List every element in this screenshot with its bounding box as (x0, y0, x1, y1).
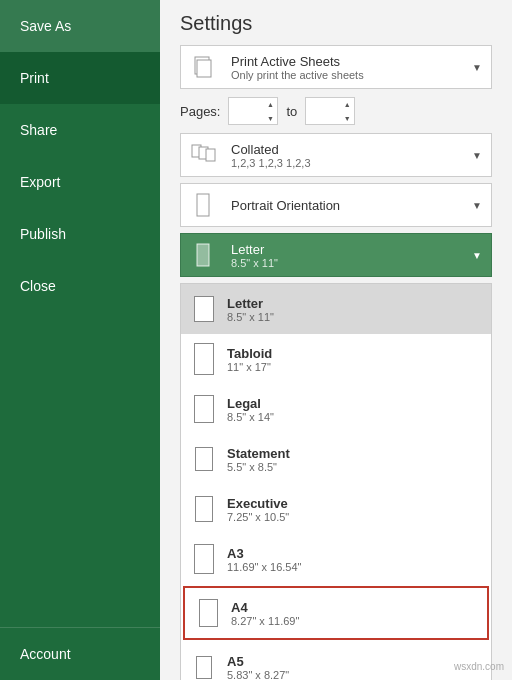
orientation-arrow: ▼ (463, 200, 491, 211)
pages-from-field[interactable] (233, 104, 263, 119)
sidebar-item-share[interactable]: Share (0, 104, 160, 156)
pages-from-up[interactable]: ▲ (263, 97, 277, 111)
sidebar-item-publish[interactable]: Publish (0, 208, 160, 260)
paper-size-text: Letter 8.5" x 11" (225, 238, 463, 273)
pages-to-spinner: ▲ ▼ (340, 97, 354, 125)
collated-dropdown[interactable]: Collated 1,2,3 1,2,3 1,2,3 ▼ (180, 133, 492, 177)
orientation-dropdown[interactable]: Portrait Orientation ▼ (180, 183, 492, 227)
paper-list-icon-tabloid (189, 340, 219, 378)
sidebar-item-account[interactable]: Account (0, 627, 160, 680)
main-panel: Settings Print Active Sheets Only print … (160, 0, 512, 680)
pages-to-input[interactable]: ▲ ▼ (305, 97, 355, 125)
orientation-text: Portrait Orientation (225, 194, 463, 217)
pages-from-input[interactable]: ▲ ▼ (228, 97, 278, 125)
paper-list-item-statement[interactable]: Statement 5.5" x 8.5" (181, 434, 491, 484)
paper-list-item-letter[interactable]: Letter 8.5" x 11" (181, 284, 491, 334)
page-title: Settings (160, 0, 512, 45)
paper-list-icon-executive (189, 490, 219, 528)
pages-to-down[interactable]: ▼ (340, 111, 354, 125)
sidebar-item-save-as[interactable]: Save As (0, 0, 160, 52)
paper-list-icon-a5 (189, 648, 219, 680)
paper-list-item-a4[interactable]: A4 8.27" x 11.69" (183, 586, 489, 640)
pages-from-down[interactable]: ▼ (263, 111, 277, 125)
paper-list-icon-a3 (189, 540, 219, 578)
paper-list-item-tabloid[interactable]: Tabloid 11" x 17" (181, 334, 491, 384)
pages-to-label: to (286, 104, 297, 119)
orientation-icon (181, 191, 225, 219)
watermark: wsxdn.com (454, 661, 504, 672)
sidebar-spacer (0, 312, 160, 627)
paper-size-icon (181, 241, 225, 269)
collated-arrow: ▼ (463, 150, 491, 161)
pages-from-spinner: ▲ ▼ (263, 97, 277, 125)
svg-rect-1 (197, 60, 211, 77)
pages-to-up[interactable]: ▲ (340, 97, 354, 111)
paper-list-item-a3[interactable]: A3 11.69" x 16.54" (181, 534, 491, 584)
svg-rect-6 (197, 244, 209, 266)
sidebar: Save As Print Share Export Publish Close… (0, 0, 160, 680)
sidebar-item-print[interactable]: Print (0, 52, 160, 104)
pages-to-field[interactable] (310, 104, 340, 119)
paper-size-dropdown[interactable]: Letter 8.5" x 11" ▼ (180, 233, 492, 277)
print-sheets-dropdown[interactable]: Print Active Sheets Only print the activ… (180, 45, 492, 89)
sidebar-item-close[interactable]: Close (0, 260, 160, 312)
paper-list-item-executive[interactable]: Executive 7.25" x 10.5" (181, 484, 491, 534)
paper-list-item-a5[interactable]: A5 5.83" x 8.27" (181, 642, 491, 680)
collated-text: Collated 1,2,3 1,2,3 1,2,3 (225, 138, 463, 173)
sidebar-item-export[interactable]: Export (0, 156, 160, 208)
pages-label: Pages: (180, 104, 220, 119)
print-sheets-icon (181, 53, 225, 81)
print-sheets-arrow: ▼ (463, 62, 491, 73)
paper-list-icon-a4 (193, 594, 223, 632)
svg-rect-5 (197, 194, 209, 216)
settings-content: Print Active Sheets Only print the activ… (160, 45, 512, 680)
collated-icon (181, 141, 225, 169)
paper-list-icon-legal (189, 390, 219, 428)
paper-size-list: Letter 8.5" x 11" Tabloid 11" x 17" (180, 283, 492, 680)
pages-row: Pages: ▲ ▼ to ▲ ▼ (180, 95, 492, 127)
paper-list-icon-letter (189, 290, 219, 328)
paper-list-item-legal[interactable]: Legal 8.5" x 14" (181, 384, 491, 434)
print-sheets-text: Print Active Sheets Only print the activ… (225, 50, 463, 85)
paper-list-icon-statement (189, 440, 219, 478)
paper-size-arrow: ▼ (463, 250, 491, 261)
svg-rect-4 (206, 149, 215, 161)
